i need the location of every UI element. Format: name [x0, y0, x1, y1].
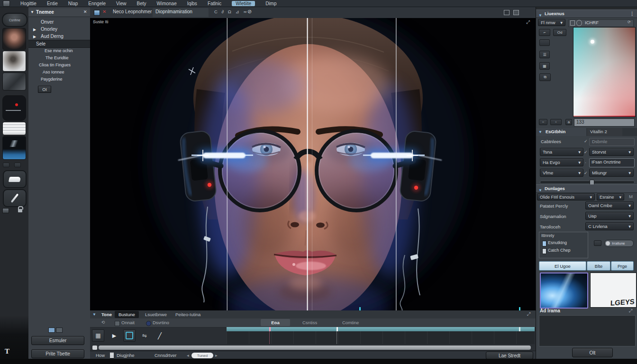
collapse-triangle-icon[interactable]: ▼ [538, 12, 542, 19]
tab-esgtbhin-active[interactable]: ▼ EsGtbhin [536, 128, 586, 136]
canvas-toolbar-icons[interactable]: C ∂ Ω ⊿ ≂ [214, 9, 248, 14]
eoa-label-pill[interactable]: Eoa [261, 319, 290, 326]
ifsan-input[interactable]: IFsan Onztrtine [589, 158, 635, 167]
dsbmle-field[interactable]: Dsbmle [589, 138, 635, 146]
stepper-left-icon[interactable]: ◂ [187, 353, 189, 358]
check-icon[interactable]: ✓ [584, 150, 588, 155]
refresh-icon[interactable]: ⟳ [628, 20, 631, 24]
canvas-tab-2[interactable]: Diopnlmamiration [153, 8, 209, 17]
color-picker-field[interactable] [573, 27, 636, 117]
ha-evgo-dropdown[interactable]: Ha Evgo ▾ [540, 158, 583, 166]
segment-blte[interactable]: Blte [587, 261, 610, 271]
collapse-triangle-icon[interactable]: ▼ [30, 10, 34, 14]
frame-thumbnail-logo[interactable]: LGEYS [590, 273, 637, 308]
collapse-triangle-icon[interactable]: ▼ [92, 312, 96, 317]
csntiss-label[interactable]: Csntiss [302, 320, 317, 325]
stepper-pill[interactable]: Tuned [191, 353, 213, 358]
mliungr-dropdown[interactable]: Mliungr ▾ [589, 169, 634, 177]
color-picker-cursor[interactable] [591, 40, 594, 44]
reset-view-icon[interactable]: ⊘ [247, 9, 252, 15]
ok-button[interactable]: Olt [572, 348, 613, 357]
tree-item-euridtie[interactable]: The Euridtie [28, 55, 90, 62]
popout-window-icon[interactable] [513, 10, 519, 15]
emulate-button[interactable]: Esmuler [31, 336, 84, 345]
timeline-tab-bustune-active[interactable]: Bustune [115, 311, 139, 318]
color-value-input[interactable]: 133 [574, 118, 635, 127]
swatch-tool-icon[interactable] [539, 39, 550, 46]
shaper-tool-button[interactable] [3, 170, 27, 188]
stepper-right-icon[interactable]: ▸ [215, 353, 218, 358]
restore-window-icon[interactable] [504, 10, 510, 15]
menu-item-5[interactable]: Bety [136, 1, 146, 6]
avatar-thumbnail-1[interactable] [2, 28, 26, 50]
live-street-button[interactable]: Lae Stredt [486, 352, 533, 359]
tree-item-aud-derng[interactable]: ▶ Aud Derng [28, 33, 90, 40]
rect-select-tool-button[interactable] [123, 329, 136, 342]
marker-pink[interactable] [269, 327, 271, 331]
pen-tool-button[interactable] [3, 189, 27, 207]
tree-item-clioa[interactable]: Clioa tin Fingues [28, 62, 90, 69]
onnait-checkbox[interactable] [115, 321, 120, 326]
expand-icon[interactable]: ⤢ [629, 308, 633, 314]
expand-icon[interactable]: ⤢ [527, 311, 531, 317]
tab-vitallin[interactable]: Vitallin 2 [587, 128, 622, 136]
picker-mode-button-1[interactable]: ⌐ [539, 29, 550, 36]
segment-prge[interactable]: Prge [611, 261, 634, 271]
intensity-item-2[interactable]: Catch Chep [548, 248, 571, 253]
status-diugjnhe[interactable]: Diugjnhe [117, 353, 135, 358]
mini-icon-a[interactable] [3, 163, 9, 167]
menu-item-9-active[interactable]: Wletiite [232, 1, 255, 6]
mini-icon-b[interactable] [14, 163, 21, 167]
kebab-menu-icon[interactable]: ⋮ [630, 10, 635, 18]
layer-name-bar[interactable]: ICHRF ⟳ [568, 19, 634, 27]
timeline-tab-lsuetbnwe[interactable]: Lsuetbnwe [141, 311, 171, 318]
check-icon[interactable]: ✓ [584, 171, 588, 175]
vfme-dropdown[interactable]: Vfme ▾ [540, 169, 583, 177]
canvas-viewport[interactable]: Suste Iti ⤢ [90, 18, 536, 310]
tree-item-sele-selected[interactable]: Sele [28, 40, 90, 48]
document-icon[interactable] [94, 10, 100, 16]
avatar-thumbnail-2[interactable] [2, 51, 26, 72]
play-button[interactable]: ▶ [108, 329, 120, 342]
storvst-dropdown[interactable]: Storvst ▾ [589, 148, 634, 156]
status-how[interactable]: How [96, 353, 105, 358]
menu-item-7[interactable]: Iqibs [187, 1, 197, 6]
frame-thumbnail-selected[interactable] [540, 273, 588, 309]
c-lrvlena-dropdown[interactable]: C Lrvlena ▾ [585, 222, 634, 230]
segment-el-ugoe-selected[interactable]: El Ugoe [539, 261, 586, 271]
comtine-label[interactable]: Comtine [342, 320, 359, 325]
intensity-item-1[interactable]: Esnutktng [548, 240, 567, 245]
status-cnnsdrtver[interactable]: Cnnsdrtver [155, 353, 176, 358]
preset-dropdown[interactable]: Fl nmw ▾ [538, 19, 565, 26]
document-thumbnail-5[interactable] [2, 122, 26, 135]
menu-item-0[interactable]: Hogittie [20, 1, 36, 6]
layer-chip2-icon[interactable] [56, 328, 63, 333]
asset-thumbnail-4[interactable] [2, 95, 26, 121]
esraine-dropdown[interactable]: Esraine ▾ [597, 193, 624, 200]
photo-thumbnail-6[interactable] [2, 136, 26, 160]
tree-expand-icon[interactable]: ▶ [33, 26, 36, 33]
canvas-expand-icon[interactable]: ⤢ [526, 19, 530, 25]
tsna-dropdown[interactable]: Tsna ▾ [540, 148, 583, 156]
irratlune-toggle[interactable]: Irratlune [604, 240, 634, 247]
tree-item-onorley[interactable]: ▶ Onorley [28, 26, 90, 33]
tree-item-ese[interactable]: Ese mne ochin [28, 47, 90, 55]
oi-mini-button[interactable]: OI [38, 86, 51, 93]
layer-chip-icon[interactable] [48, 328, 55, 333]
grid-view-icon[interactable]: ▦ [539, 62, 550, 70]
frames-list-box[interactable] [539, 315, 636, 346]
branch-tool-button[interactable]: ⇋ [138, 329, 151, 342]
intensity-checkbox[interactable] [594, 240, 601, 246]
grid-tool-button[interactable]: ▦ [92, 329, 104, 342]
add-swatch-button[interactable]: ▫ [550, 119, 562, 125]
canvas-tab-1[interactable]: Neco Leopnohmer _ [113, 9, 156, 14]
marker-white[interactable] [337, 327, 338, 331]
menu-item-2[interactable]: Nlap [68, 1, 78, 6]
marker-pale[interactable] [519, 327, 520, 331]
menu-item-3[interactable]: Enngele [88, 1, 106, 6]
sample-button[interactable]: a [565, 119, 572, 125]
menu-item-10[interactable]: Dimp [265, 1, 276, 6]
tree-item-aso[interactable]: Aso Ionnee [28, 69, 90, 76]
asset-thumbnail-3[interactable] [2, 73, 26, 91]
timeline-track[interactable] [227, 331, 535, 344]
